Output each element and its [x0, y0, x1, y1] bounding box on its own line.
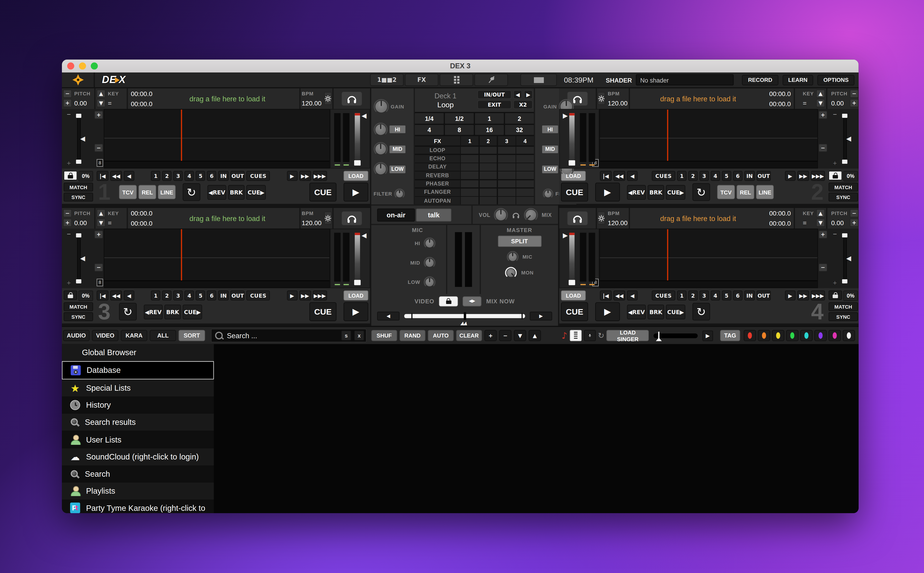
- rotation-refresh-icon[interactable]: ↻: [598, 331, 604, 340]
- skip-end-button[interactable]: ▶▶▶: [313, 291, 327, 301]
- step-forward-button[interactable]: ▶: [287, 171, 297, 181]
- fx-effect-label[interactable]: AUTOPAN: [415, 197, 460, 205]
- pitch-plus-button[interactable]: +: [63, 99, 72, 107]
- titlebar[interactable]: DEX 3: [62, 59, 859, 73]
- crossfader[interactable]: ▲▲: [404, 314, 525, 318]
- deck-volume-fader[interactable]: ◀: [355, 233, 360, 284]
- fx-cell[interactable]: [461, 172, 479, 179]
- loop-out-button[interactable]: OUT: [231, 171, 245, 181]
- headphone-icon[interactable]: [341, 91, 363, 106]
- wave-zoom-in-button[interactable]: +: [94, 111, 103, 119]
- color-tag-button[interactable]: [772, 330, 784, 341]
- pitch-lock-icon[interactable]: [828, 291, 842, 300]
- pitch-plus-button[interactable]: +: [63, 219, 72, 227]
- gain-knob[interactable]: [374, 99, 389, 114]
- color-tag-button[interactable]: [843, 330, 855, 341]
- hotcue-button[interactable]: 6: [207, 291, 216, 301]
- fx-slot-4[interactable]: 4: [516, 136, 534, 146]
- play-button[interactable]: ▶: [343, 302, 368, 321]
- skip-start-button[interactable]: |◀: [97, 171, 108, 181]
- hotcue-button[interactable]: 5: [722, 291, 731, 301]
- hotcue-button[interactable]: 3: [700, 171, 709, 181]
- color-tag-button[interactable]: [814, 330, 827, 341]
- fx-cell[interactable]: [516, 147, 534, 154]
- sort-button[interactable]: SORT: [179, 330, 205, 341]
- options-button[interactable]: OPTIONS: [818, 75, 855, 85]
- fx-cell[interactable]: [498, 172, 515, 179]
- hotcue-button[interactable]: 5: [722, 171, 731, 181]
- hotcue-button[interactable]: 1: [151, 291, 161, 301]
- hotcue-button[interactable]: 4: [185, 171, 194, 181]
- key-up-button[interactable]: ▲: [97, 90, 105, 98]
- sampler-grid-icon[interactable]: [440, 74, 473, 86]
- cues-button[interactable]: CUES: [652, 171, 675, 181]
- waveform[interactable]: 8: [104, 229, 330, 288]
- line-button[interactable]: LINE: [158, 185, 176, 199]
- fx-cell[interactable]: [498, 197, 515, 205]
- wave-zoom-out-button[interactable]: −: [94, 144, 103, 152]
- sidebar-item[interactable]: Database: [62, 361, 214, 379]
- step-back-button[interactable]: ◀: [124, 291, 135, 301]
- pitch-lock-icon[interactable]: [828, 171, 842, 180]
- learn-button[interactable]: LEARN: [782, 75, 813, 85]
- color-tag-button[interactable]: [828, 330, 841, 341]
- mix-now-label[interactable]: MIX NOW: [486, 298, 515, 304]
- pitch-plus-button[interactable]: +: [850, 219, 859, 227]
- step-forward-button[interactable]: ▶: [287, 291, 297, 301]
- reverse-button[interactable]: ◀REV: [144, 304, 163, 319]
- sync-button[interactable]: SYNC: [828, 312, 858, 321]
- headphone-icon[interactable]: [567, 211, 588, 225]
- pitch-lock-icon[interactable]: [64, 291, 77, 300]
- fx-cell[interactable]: [461, 147, 479, 154]
- tcv-button[interactable]: TCV: [717, 185, 735, 199]
- fx-cell[interactable]: [461, 180, 479, 188]
- fx-cell[interactable]: [498, 188, 515, 196]
- fx-cell[interactable]: [516, 188, 534, 196]
- cue-button[interactable]: CUE: [561, 302, 588, 321]
- hotcue-button[interactable]: 4: [711, 291, 720, 301]
- wave-zoom-in-button[interactable]: +: [94, 230, 103, 239]
- drag-file-hint[interactable]: drag a file here to load it: [660, 214, 736, 222]
- reverse-button[interactable]: ◀REV: [627, 304, 646, 319]
- waveform[interactable]: 8: [104, 109, 330, 169]
- hotcue-button[interactable]: 1: [151, 171, 161, 181]
- loop-in-button[interactable]: IN: [218, 171, 229, 181]
- fx-cell[interactable]: [479, 180, 497, 188]
- hotcue-button[interactable]: 2: [162, 171, 172, 181]
- deck-volume-fader[interactable]: ◀: [569, 113, 575, 164]
- media-filter-tab[interactable]: AUDIO: [63, 330, 90, 341]
- fx-cell[interactable]: [516, 197, 534, 205]
- cues-button[interactable]: CUES: [652, 291, 675, 301]
- fx-cell[interactable]: [516, 172, 534, 179]
- pitch-fader[interactable]: − ◀ +: [62, 109, 94, 169]
- hotcue-button[interactable]: 1: [677, 291, 686, 301]
- color-tag-button[interactable]: [786, 330, 799, 341]
- loop-size-button[interactable]: 32: [505, 125, 534, 135]
- remove-button[interactable]: −: [499, 330, 511, 341]
- sidebar-item[interactable]: User Lists: [62, 431, 214, 448]
- reverse-button[interactable]: ◀REV: [627, 185, 646, 199]
- fx-cell[interactable]: [479, 155, 497, 162]
- low-knob[interactable]: [374, 162, 388, 176]
- fx-cell[interactable]: [516, 163, 534, 171]
- fx-effect-label[interactable]: PHASER: [415, 180, 460, 188]
- fast-forward-button[interactable]: ▶▶: [797, 171, 809, 181]
- loop-in-button[interactable]: IN: [744, 291, 755, 301]
- hotcue-button[interactable]: 6: [733, 291, 742, 301]
- cue-play-button[interactable]: CUE▶: [246, 185, 266, 199]
- pitch-lock-icon[interactable]: [64, 171, 77, 180]
- line-button[interactable]: LINE: [756, 185, 774, 199]
- fx-cell[interactable]: [479, 197, 497, 205]
- pitch-minus-button[interactable]: −: [850, 209, 859, 218]
- media-filter-tab[interactable]: VIDEO: [92, 330, 119, 341]
- track-list-empty[interactable]: [214, 344, 859, 513]
- sidebar-item[interactable]: History: [62, 397, 214, 414]
- fx-panel-tab[interactable]: FX: [405, 74, 438, 86]
- key-down-button[interactable]: ▼: [816, 219, 825, 227]
- automix-button[interactable]: AUTO: [428, 330, 454, 341]
- pitch-minus-button[interactable]: −: [63, 209, 72, 218]
- filter-knob[interactable]: [543, 188, 554, 199]
- media-filter-tab[interactable]: ALL: [150, 330, 176, 341]
- cue-button[interactable]: CUE: [309, 302, 337, 321]
- deck-layout-toggle-button[interactable]: 1■■2: [370, 74, 404, 86]
